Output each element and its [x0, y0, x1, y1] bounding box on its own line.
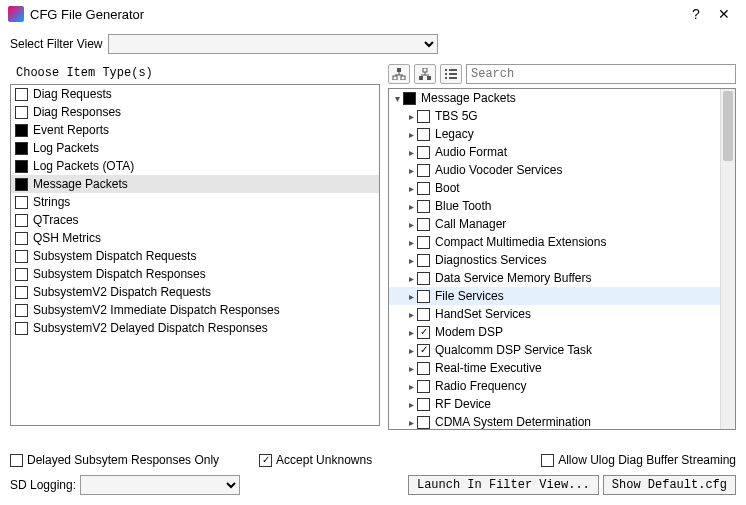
tree-item-checkbox[interactable] — [417, 218, 430, 231]
tree-item[interactable]: ▸Qualcomm DSP Service Task — [389, 341, 735, 359]
list-item-checkbox[interactable] — [15, 88, 28, 101]
tree-item-checkbox[interactable] — [417, 290, 430, 303]
item-types-list[interactable]: Diag RequestsDiag ResponsesEvent Reports… — [10, 84, 380, 426]
tree-item[interactable]: ▸Compact Multimedia Extensions — [389, 233, 735, 251]
list-item[interactable]: Subsystem Dispatch Requests — [11, 247, 379, 265]
expand-icon[interactable]: ▸ — [405, 201, 417, 212]
list-item-checkbox[interactable] — [15, 106, 28, 119]
list-item-checkbox[interactable] — [15, 322, 28, 335]
tree-item[interactable]: ▸TBS 5G — [389, 107, 735, 125]
tree-item-checkbox[interactable] — [417, 200, 430, 213]
expand-icon[interactable]: ▸ — [405, 363, 417, 374]
help-button[interactable]: ? — [682, 6, 710, 22]
tree-item[interactable]: ▸Boot — [389, 179, 735, 197]
list-item-checkbox[interactable] — [15, 286, 28, 299]
list-item[interactable]: Message Packets — [11, 175, 379, 193]
delayed-responses-checkbox[interactable] — [10, 454, 23, 467]
expand-icon[interactable]: ▸ — [405, 381, 417, 392]
sd-logging-select[interactable] — [80, 475, 240, 495]
expand-icon[interactable]: ▸ — [405, 309, 417, 320]
tree-scrollbar[interactable] — [720, 89, 735, 429]
tree-item[interactable]: ▸CDMA System Determination — [389, 413, 735, 430]
list-item[interactable]: SubsystemV2 Immediate Dispatch Responses — [11, 301, 379, 319]
tree-item[interactable]: ▸Call Manager — [389, 215, 735, 233]
tree-item-checkbox[interactable] — [417, 362, 430, 375]
list-item[interactable]: Subsystem Dispatch Responses — [11, 265, 379, 283]
tree-item-checkbox[interactable] — [417, 146, 430, 159]
list-item-checkbox[interactable] — [15, 142, 28, 155]
tree-item-checkbox[interactable] — [417, 416, 430, 429]
tree-item[interactable]: ▸Diagnostics Services — [389, 251, 735, 269]
tree-item[interactable]: ▸Blue Tooth — [389, 197, 735, 215]
list-item-checkbox[interactable] — [15, 160, 28, 173]
tree-item-checkbox[interactable] — [417, 326, 430, 339]
close-button[interactable]: ✕ — [710, 6, 738, 22]
expand-icon[interactable]: ▸ — [405, 291, 417, 302]
tree-item-checkbox[interactable] — [417, 272, 430, 285]
search-input[interactable] — [466, 64, 736, 84]
tree-item[interactable]: ▸RF Device — [389, 395, 735, 413]
list-item[interactable]: QTraces — [11, 211, 379, 229]
list-item[interactable]: SubsystemV2 Dispatch Requests — [11, 283, 379, 301]
expand-all-button[interactable] — [388, 64, 410, 84]
list-item[interactable]: Event Reports — [11, 121, 379, 139]
tree-root-checkbox[interactable] — [403, 92, 416, 105]
tree-item[interactable]: ▸Radio Frequency — [389, 377, 735, 395]
expand-icon[interactable]: ▸ — [405, 255, 417, 266]
expand-icon[interactable]: ▸ — [405, 183, 417, 194]
tree-item-checkbox[interactable] — [417, 110, 430, 123]
expand-icon[interactable]: ▸ — [405, 417, 417, 428]
tree-item-checkbox[interactable] — [417, 164, 430, 177]
tree-item[interactable]: ▸Audio Format — [389, 143, 735, 161]
list-item[interactable]: QSH Metrics — [11, 229, 379, 247]
list-item[interactable]: Strings — [11, 193, 379, 211]
show-default-cfg-button[interactable]: Show Default.cfg — [603, 475, 736, 495]
expand-icon[interactable]: ▸ — [405, 219, 417, 230]
expand-icon[interactable]: ▸ — [405, 237, 417, 248]
list-item-checkbox[interactable] — [15, 124, 28, 137]
list-item-checkbox[interactable] — [15, 232, 28, 245]
expand-icon[interactable]: ▸ — [405, 111, 417, 122]
list-item-checkbox[interactable] — [15, 304, 28, 317]
tree-item-checkbox[interactable] — [417, 236, 430, 249]
expand-icon[interactable]: ▸ — [405, 399, 417, 410]
tree-list[interactable]: ▾Message Packets ▸TBS 5G▸Legacy▸Audio Fo… — [388, 88, 736, 430]
allow-ulog-checkbox[interactable] — [541, 454, 554, 467]
tree-item-checkbox[interactable] — [417, 308, 430, 321]
tree-root[interactable]: ▾Message Packets — [389, 89, 735, 107]
expand-icon[interactable]: ▸ — [405, 345, 417, 356]
tree-item[interactable]: ▸Legacy — [389, 125, 735, 143]
list-item-checkbox[interactable] — [15, 196, 28, 209]
list-item[interactable]: Diag Requests — [11, 85, 379, 103]
tree-item[interactable]: ▸Audio Vocoder Services — [389, 161, 735, 179]
expand-icon[interactable]: ▸ — [405, 165, 417, 176]
tree-item[interactable]: ▸HandSet Services — [389, 305, 735, 323]
tree-item[interactable]: ▸File Services — [389, 287, 735, 305]
accept-unknowns-checkbox[interactable] — [259, 454, 272, 467]
tree-item-checkbox[interactable] — [417, 344, 430, 357]
tree-item-checkbox[interactable] — [417, 182, 430, 195]
list-item[interactable]: Log Packets — [11, 139, 379, 157]
tree-item[interactable]: ▸Modem DSP — [389, 323, 735, 341]
list-item-checkbox[interactable] — [15, 178, 28, 191]
expand-icon[interactable]: ▸ — [405, 327, 417, 338]
list-item[interactable]: SubsystemV2 Delayed Dispatch Responses — [11, 319, 379, 337]
expand-icon[interactable]: ▸ — [405, 147, 417, 158]
tree-scrollbar-thumb[interactable] — [723, 91, 733, 161]
expand-icon[interactable]: ▸ — [405, 129, 417, 140]
collapse-all-button[interactable] — [414, 64, 436, 84]
tree-item-checkbox[interactable] — [417, 254, 430, 267]
collapse-icon[interactable]: ▾ — [391, 93, 403, 104]
list-item-checkbox[interactable] — [15, 250, 28, 263]
tree-item[interactable]: ▸Real-time Executive — [389, 359, 735, 377]
expand-icon[interactable]: ▸ — [405, 273, 417, 284]
tree-item-checkbox[interactable] — [417, 128, 430, 141]
list-item-checkbox[interactable] — [15, 214, 28, 227]
launch-filter-view-button[interactable]: Launch In Filter View... — [408, 475, 599, 495]
list-item[interactable]: Log Packets (OTA) — [11, 157, 379, 175]
filter-view-select[interactable] — [108, 34, 438, 54]
tree-item[interactable]: ▸Data Service Memory Buffers — [389, 269, 735, 287]
list-item[interactable]: Diag Responses — [11, 103, 379, 121]
tree-item-checkbox[interactable] — [417, 398, 430, 411]
list-view-button[interactable] — [440, 64, 462, 84]
